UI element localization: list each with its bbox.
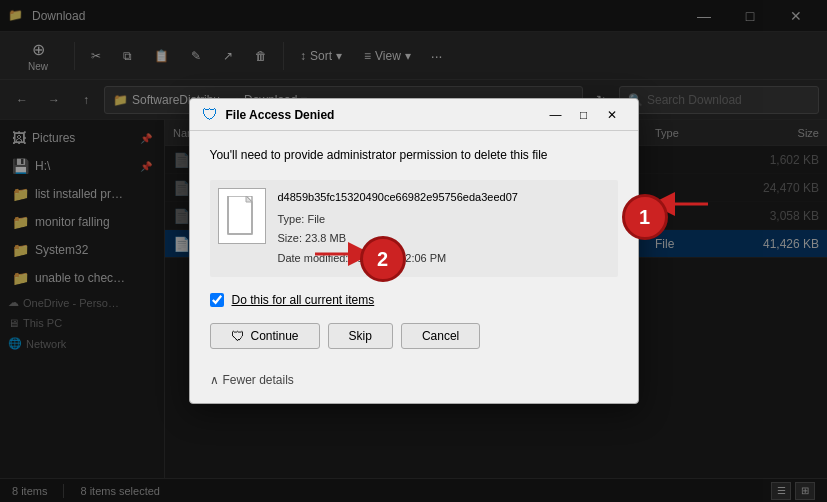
dialog-body: You'll need to provide administrator per… <box>190 131 638 365</box>
all-items-checkbox[interactable] <box>210 293 224 307</box>
fewer-details-label: Fewer details <box>223 373 294 387</box>
annotation-circle-2: 2 <box>360 236 406 282</box>
cancel-label: Cancel <box>422 329 459 343</box>
continue-icon: 🛡 <box>231 328 245 344</box>
dialog-file-type: Type: File <box>278 210 518 230</box>
dialog-file-info: d4859b35fc15320490ce66982e95756eda3eed07… <box>210 180 618 277</box>
annotation-circle-1: 1 <box>622 194 668 240</box>
dialog-minimize[interactable]: — <box>542 104 570 126</box>
file-access-dialog: 🛡 File Access Denied — □ ✕ You'll need t… <box>189 98 639 404</box>
dialog-close[interactable]: ✕ <box>598 104 626 126</box>
dialog-title-bar: 🛡 File Access Denied — □ ✕ <box>190 99 638 131</box>
checkbox-row: Do this for all current items <box>210 293 618 307</box>
dialog-title: File Access Denied <box>226 108 542 122</box>
continue-label: Continue <box>251 329 299 343</box>
dialog-shield-icon: 🛡 <box>202 106 218 124</box>
dialog-buttons: 🛡 Continue Skip Cancel <box>210 323 618 349</box>
cancel-button[interactable]: Cancel <box>401 323 480 349</box>
fewer-details-button[interactable]: ∧ Fewer details <box>210 369 294 391</box>
file-preview <box>218 188 266 244</box>
dialog-footer: ∧ Fewer details <box>190 365 638 403</box>
skip-button[interactable]: Skip <box>328 323 393 349</box>
dialog-overlay: 🛡 File Access Denied — □ ✕ You'll need t… <box>0 0 827 502</box>
chevron-up-icon: ∧ <box>210 373 219 387</box>
checkbox-label[interactable]: Do this for all current items <box>232 293 375 307</box>
dialog-file-name: d4859b35fc15320490ce66982e95756eda3eed07 <box>278 188 518 208</box>
dialog-message: You'll need to provide administrator per… <box>210 147 618 164</box>
continue-button[interactable]: 🛡 Continue <box>210 323 320 349</box>
skip-label: Skip <box>349 329 372 343</box>
dialog-maximize[interactable]: □ <box>570 104 598 126</box>
dialog-controls: — □ ✕ <box>542 104 626 126</box>
